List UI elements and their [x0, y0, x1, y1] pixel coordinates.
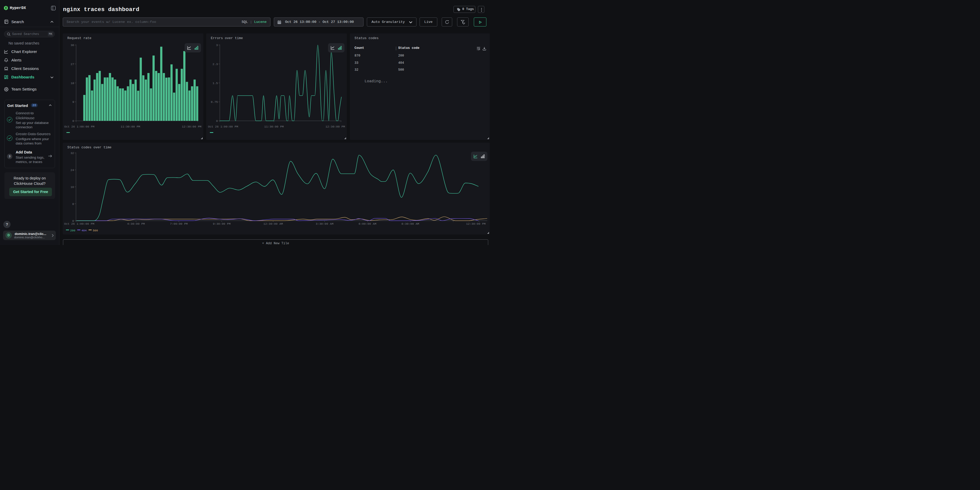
svg-text:36: 36 — [71, 43, 74, 47]
svg-text:6:00:00 AM: 6:00:00 AM — [359, 222, 376, 226]
svg-text:Oct 26 1:00:00 PM: Oct 26 1:00:00 PM — [208, 125, 238, 128]
svg-text:12:30:00 PM: 12:30:00 PM — [326, 125, 345, 128]
svg-text:12:30:00 PM: 12:30:00 PM — [466, 222, 486, 226]
svg-text:500: 500 — [93, 229, 98, 232]
svg-text:2.3: 2.3 — [213, 62, 218, 66]
svg-text:8: 8 — [72, 202, 74, 206]
svg-text:3:30:00 AM: 3:30:00 AM — [316, 222, 333, 226]
svg-text:0: 0 — [73, 119, 74, 123]
svg-text:0: 0 — [216, 119, 218, 123]
svg-text:11:30:00 PM: 11:30:00 PM — [264, 125, 284, 128]
svg-text:27: 27 — [71, 62, 74, 66]
svg-text:Oct 26 1:00:00 PM: Oct 26 1:00:00 PM — [64, 222, 94, 226]
svg-text:12:30:00 AM: 12:30:00 AM — [264, 222, 283, 226]
svg-text:18: 18 — [71, 81, 74, 85]
svg-text:8:30:00 AM: 8:30:00 AM — [401, 222, 419, 226]
svg-text:24: 24 — [70, 169, 74, 172]
svg-text:9:30:00 PM: 9:30:00 PM — [213, 222, 231, 226]
svg-text:1.5: 1.5 — [213, 81, 218, 85]
svg-text:12:30:00 PM: 12:30:00 PM — [182, 125, 202, 128]
svg-text:4:30:00 PM: 4:30:00 PM — [127, 222, 145, 226]
svg-text:16: 16 — [70, 185, 74, 189]
svg-text:3: 3 — [216, 43, 218, 47]
svg-text:200: 200 — [70, 229, 75, 232]
svg-text:404: 404 — [81, 229, 87, 232]
svg-text:32: 32 — [70, 151, 74, 155]
svg-text:7:00:00 PM: 7:00:00 PM — [170, 222, 188, 226]
svg-text:Oct 26 1:00:00 PM: Oct 26 1:00:00 PM — [64, 125, 94, 128]
svg-text:0.75: 0.75 — [211, 100, 218, 103]
svg-text:11:30:00 PM: 11:30:00 PM — [121, 125, 140, 128]
svg-text:9: 9 — [73, 100, 74, 103]
